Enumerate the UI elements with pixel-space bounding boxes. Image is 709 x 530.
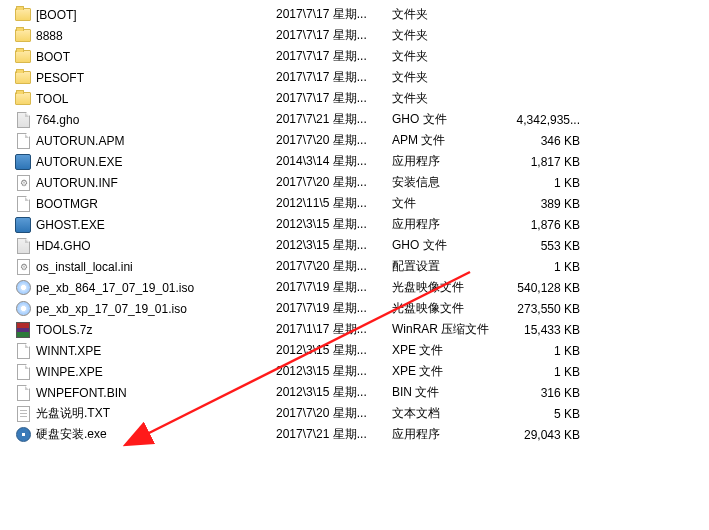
file-size: 1 KB [510, 344, 586, 358]
file-size: 1 KB [510, 365, 586, 379]
file-row[interactable]: PESOFT2017\7\17 星期...文件夹 [0, 67, 709, 88]
file-row[interactable]: pe_xb_xp_17_07_19_01.iso2017\7\19 星期...光… [0, 298, 709, 319]
disc-icon [14, 279, 32, 297]
file-date: 2017\7\17 星期... [276, 69, 392, 86]
file-row[interactable]: BOOT2017\7\17 星期...文件夹 [0, 46, 709, 67]
file-icon [14, 132, 32, 150]
folder-icon [14, 27, 32, 45]
file-name: pe_xb_864_17_07_19_01.iso [36, 281, 276, 295]
disc-icon [14, 300, 32, 318]
file-type: WinRAR 压缩文件 [392, 321, 510, 338]
file-name: BOOT [36, 50, 276, 64]
file-date: 2017\7\21 星期... [276, 111, 392, 128]
file-type: BIN 文件 [392, 384, 510, 401]
file-row[interactable]: AUTORUN.APM2017\7\20 星期...APM 文件346 KB [0, 130, 709, 151]
file-icon [14, 195, 32, 213]
file-date: 2017\7\17 星期... [276, 90, 392, 107]
file-type: 文件 [392, 195, 510, 212]
file-type: 光盘映像文件 [392, 300, 510, 317]
file-row[interactable]: BOOTMGR2012\11\5 星期...文件389 KB [0, 193, 709, 214]
file-row[interactable]: AUTORUN.INF2017\7\20 星期...安装信息1 KB [0, 172, 709, 193]
folder-icon [14, 48, 32, 66]
file-name: AUTORUN.INF [36, 176, 276, 190]
file-name: pe_xb_xp_17_07_19_01.iso [36, 302, 276, 316]
file-row[interactable]: 硬盘安装.exe2017\7\21 星期...应用程序29,043 KB [0, 424, 709, 445]
file-row[interactable]: HD4.GHO2012\3\15 星期...GHO 文件553 KB [0, 235, 709, 256]
gho-icon [14, 237, 32, 255]
file-icon [14, 363, 32, 381]
file-date: 2017\7\20 星期... [276, 405, 392, 422]
file-size: 540,128 KB [510, 281, 586, 295]
file-row[interactable]: TOOL2017\7\17 星期...文件夹 [0, 88, 709, 109]
exe-icon [14, 216, 32, 234]
file-row[interactable]: pe_xb_864_17_07_19_01.iso2017\7\19 星期...… [0, 277, 709, 298]
file-date: 2012\3\15 星期... [276, 216, 392, 233]
file-icon [14, 342, 32, 360]
exe-icon [14, 153, 32, 171]
file-row[interactable]: TOOLS.7z2017\1\17 星期...WinRAR 压缩文件15,433… [0, 319, 709, 340]
file-size: 1 KB [510, 176, 586, 190]
file-name: PESOFT [36, 71, 276, 85]
file-date: 2012\3\15 星期... [276, 363, 392, 380]
file-row[interactable]: WINPE.XPE2012\3\15 星期...XPE 文件1 KB [0, 361, 709, 382]
folder-icon [14, 6, 32, 24]
file-row[interactable]: 88882017\7\17 星期...文件夹 [0, 25, 709, 46]
file-type: 应用程序 [392, 153, 510, 170]
file-type: 应用程序 [392, 426, 510, 443]
file-row[interactable]: WNPEFONT.BIN2012\3\15 星期...BIN 文件316 KB [0, 382, 709, 403]
file-name: AUTORUN.APM [36, 134, 276, 148]
file-type: 光盘映像文件 [392, 279, 510, 296]
file-name: BOOTMGR [36, 197, 276, 211]
file-date: 2014\3\14 星期... [276, 153, 392, 170]
file-size: 5 KB [510, 407, 586, 421]
file-size: 29,043 KB [510, 428, 586, 442]
file-row[interactable]: 764.gho2017\7\21 星期...GHO 文件4,342,935... [0, 109, 709, 130]
file-name: HD4.GHO [36, 239, 276, 253]
folder-icon [14, 90, 32, 108]
file-size: 1,817 KB [510, 155, 586, 169]
file-size: 1,876 KB [510, 218, 586, 232]
file-row[interactable]: os_install_local.ini2017\7\20 星期...配置设置1… [0, 256, 709, 277]
file-size: 15,433 KB [510, 323, 586, 337]
file-type: GHO 文件 [392, 237, 510, 254]
file-row[interactable]: WINNT.XPE2012\3\15 星期...XPE 文件1 KB [0, 340, 709, 361]
file-name: os_install_local.ini [36, 260, 276, 274]
file-row[interactable]: GHOST.EXE2012\3\15 星期...应用程序1,876 KB [0, 214, 709, 235]
file-date: 2012\3\15 星期... [276, 237, 392, 254]
file-icon [14, 384, 32, 402]
file-name: 764.gho [36, 113, 276, 127]
file-size: 389 KB [510, 197, 586, 211]
file-row[interactable]: [BOOT]2017\7\17 星期...文件夹 [0, 4, 709, 25]
file-size: 1 KB [510, 260, 586, 274]
file-type: 文件夹 [392, 69, 510, 86]
file-size: 346 KB [510, 134, 586, 148]
file-date: 2017\7\20 星期... [276, 174, 392, 191]
file-type: 文件夹 [392, 27, 510, 44]
file-type: 安装信息 [392, 174, 510, 191]
rar-icon [14, 321, 32, 339]
file-type: 配置设置 [392, 258, 510, 275]
install-icon [14, 426, 32, 444]
file-name: GHOST.EXE [36, 218, 276, 232]
inf-icon [14, 258, 32, 276]
file-name: 硬盘安装.exe [36, 426, 276, 443]
file-date: 2017\7\19 星期... [276, 279, 392, 296]
file-name: [BOOT] [36, 8, 276, 22]
file-name: WNPEFONT.BIN [36, 386, 276, 400]
file-row[interactable]: 光盘说明.TXT2017\7\20 星期...文本文档5 KB [0, 403, 709, 424]
file-row[interactable]: AUTORUN.EXE2014\3\14 星期...应用程序1,817 KB [0, 151, 709, 172]
file-name: TOOL [36, 92, 276, 106]
folder-icon [14, 69, 32, 87]
file-date: 2012\11\5 星期... [276, 195, 392, 212]
file-type: 文件夹 [392, 48, 510, 65]
file-type: APM 文件 [392, 132, 510, 149]
file-date: 2017\7\20 星期... [276, 132, 392, 149]
file-date: 2017\7\21 星期... [276, 426, 392, 443]
file-size: 4,342,935... [510, 113, 586, 127]
file-name: TOOLS.7z [36, 323, 276, 337]
file-type: 文件夹 [392, 90, 510, 107]
file-date: 2017\7\17 星期... [276, 27, 392, 44]
file-date: 2017\1\17 星期... [276, 321, 392, 338]
file-date: 2017\7\17 星期... [276, 6, 392, 23]
file-type: 应用程序 [392, 216, 510, 233]
